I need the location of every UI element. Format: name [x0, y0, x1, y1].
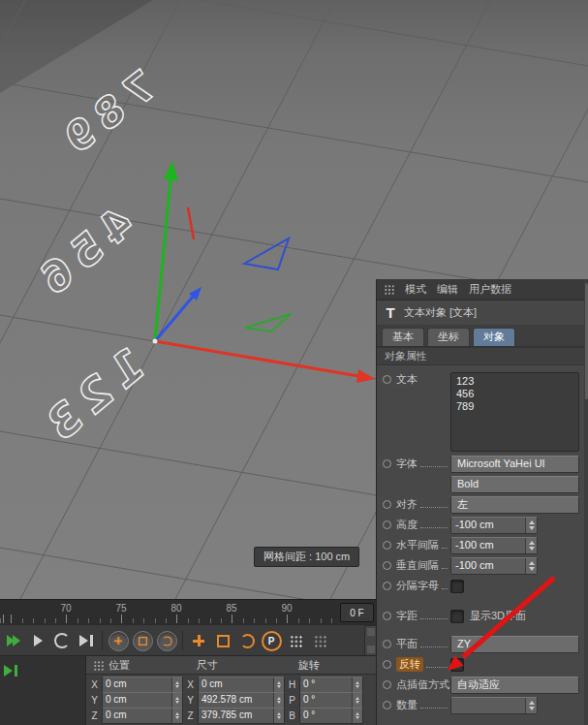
hspace-field[interactable]: -100 cm — [450, 537, 538, 554]
count-field[interactable] — [450, 697, 538, 714]
record-rotation-toggle[interactable] — [235, 629, 259, 652]
keyframe-circle-icon[interactable] — [383, 541, 391, 550]
size-y-field[interactable]: 492.578 cm — [198, 692, 285, 709]
plane-dropdown[interactable]: ZY — [450, 636, 579, 653]
size-x-field[interactable]: 0 cm — [198, 677, 285, 693]
spinner-up-icon[interactable] — [529, 541, 535, 545]
keyframe-circle-icon[interactable] — [383, 520, 391, 529]
spinner-down-icon[interactable] — [529, 526, 535, 530]
spinner-up-icon[interactable] — [175, 681, 179, 684]
vspace-field[interactable]: -100 cm — [450, 557, 538, 575]
spinner[interactable] — [352, 709, 362, 723]
spinner-up-icon[interactable] — [175, 697, 179, 700]
align-dropdown[interactable]: 左 — [450, 496, 579, 514]
spinner-up-icon[interactable] — [529, 561, 535, 565]
grid-icon[interactable] — [384, 284, 394, 295]
loop-playback-icon[interactable] — [50, 629, 74, 652]
timeline-ruler[interactable]: 70 75 80 85 90 0 F — [0, 599, 376, 625]
spinner[interactable] — [352, 678, 362, 692]
spinner-down-icon[interactable] — [529, 707, 535, 710]
spinner-down-icon[interactable] — [175, 716, 179, 719]
spinner[interactable] — [525, 538, 537, 553]
interpolation-dropdown[interactable]: 自动适应 — [450, 677, 579, 694]
keyframe-circle-icon[interactable] — [383, 660, 391, 669]
keyframe-circle-icon[interactable] — [383, 701, 391, 709]
spinner[interactable] — [273, 678, 284, 692]
spinner-down-icon[interactable] — [277, 701, 281, 704]
spinner-down-icon[interactable] — [356, 701, 359, 704]
menu-edit[interactable]: 编辑 — [437, 282, 458, 297]
spinner-up-icon[interactable] — [529, 701, 535, 705]
record-parameter-toggle[interactable]: P — [260, 629, 283, 652]
spinner[interactable] — [171, 709, 182, 723]
keyframe-selection-button[interactable] — [155, 629, 178, 652]
spinner-up-icon[interactable] — [277, 681, 281, 684]
goto-end-button[interactable] — [75, 629, 98, 652]
keyframe-circle-icon[interactable] — [383, 582, 391, 590]
spinner[interactable] — [273, 709, 284, 723]
text-input[interactable]: 123 456 789 — [450, 372, 579, 452]
autokey-button[interactable] — [131, 629, 154, 652]
spinner-down-icon[interactable] — [529, 547, 535, 551]
rotation-b-field[interactable]: 0 ° — [299, 708, 363, 724]
record-active-objects-button[interactable] — [107, 629, 130, 652]
record-pla-toggle[interactable] — [284, 629, 307, 652]
spinner-up-icon[interactable] — [277, 712, 281, 715]
spinner-up-icon[interactable] — [356, 712, 359, 715]
size-z-field[interactable]: 379.785 cm — [198, 708, 285, 724]
keyframe-circle-icon[interactable] — [383, 459, 391, 468]
menu-userdata[interactable]: 用户数据 — [469, 282, 511, 297]
font-style-dropdown[interactable]: Bold — [450, 476, 579, 493]
spinner-up-icon[interactable] — [277, 697, 281, 700]
spinner[interactable] — [525, 558, 537, 574]
reverse-checkbox[interactable] — [450, 658, 464, 672]
spinner-down-icon[interactable] — [356, 685, 359, 688]
goto-end-green-icon[interactable] — [4, 665, 17, 677]
keyframe-circle-icon[interactable] — [383, 680, 391, 689]
panel-scrollbar[interactable] — [584, 279, 588, 725]
menu-mode[interactable]: 模式 — [405, 282, 426, 297]
keyframe-circle-icon[interactable] — [383, 612, 391, 620]
current-frame-field[interactable]: 0 F — [340, 603, 374, 622]
spinner-up-icon[interactable] — [529, 520, 535, 524]
spinner[interactable] — [171, 678, 182, 692]
spinner[interactable] — [352, 693, 362, 708]
x-axis[interactable] — [155, 341, 358, 376]
spinner[interactable] — [171, 693, 182, 708]
spinner-down-icon[interactable] — [277, 685, 281, 688]
spinner[interactable] — [525, 518, 537, 533]
spinner[interactable] — [273, 693, 284, 708]
tab-coordinates[interactable]: 坐标 — [427, 328, 470, 346]
spinner[interactable] — [525, 698, 537, 713]
position-x-field[interactable]: 0 cm — [102, 677, 183, 693]
separate-checkbox[interactable] — [450, 580, 464, 593]
show-3d-gui-checkbox[interactable] — [450, 610, 464, 623]
rotation-p-field[interactable]: 0 ° — [299, 692, 363, 709]
gizmo-origin[interactable] — [153, 339, 158, 344]
keyframe-circle-icon[interactable] — [383, 375, 391, 384]
keyframe-circle-icon[interactable] — [383, 561, 391, 570]
position-z-field[interactable]: 0 cm — [102, 708, 183, 724]
rotation-h-field[interactable]: 0 ° — [299, 677, 363, 693]
tab-basic[interactable]: 基本 — [382, 328, 424, 346]
spinner-down-icon[interactable] — [277, 716, 281, 719]
play-button[interactable] — [26, 629, 49, 652]
spinner-up-icon[interactable] — [356, 681, 359, 684]
font-dropdown[interactable]: Microsoft YaHei UI — [450, 456, 579, 473]
spinner-up-icon[interactable] — [356, 697, 359, 700]
position-y-field[interactable]: 0 cm — [102, 692, 183, 709]
spinner-down-icon[interactable] — [175, 685, 179, 688]
axis-gizmo[interactable] — [153, 161, 376, 383]
spinner-down-icon[interactable] — [529, 567, 535, 571]
tab-object[interactable]: 对象 — [473, 328, 515, 346]
dots-grid-icon[interactable] — [308, 629, 331, 652]
keyframe-circle-icon[interactable] — [383, 500, 391, 509]
spinner-down-icon[interactable] — [175, 701, 179, 704]
height-field[interactable]: -100 cm — [450, 517, 538, 534]
grid-icon[interactable] — [93, 660, 104, 671]
keyframe-circle-icon[interactable] — [383, 640, 391, 648]
record-scale-toggle[interactable] — [211, 629, 234, 652]
play-forward-button[interactable] — [2, 629, 25, 652]
record-position-toggle[interactable] — [187, 629, 210, 652]
z-axis[interactable] — [155, 297, 193, 341]
